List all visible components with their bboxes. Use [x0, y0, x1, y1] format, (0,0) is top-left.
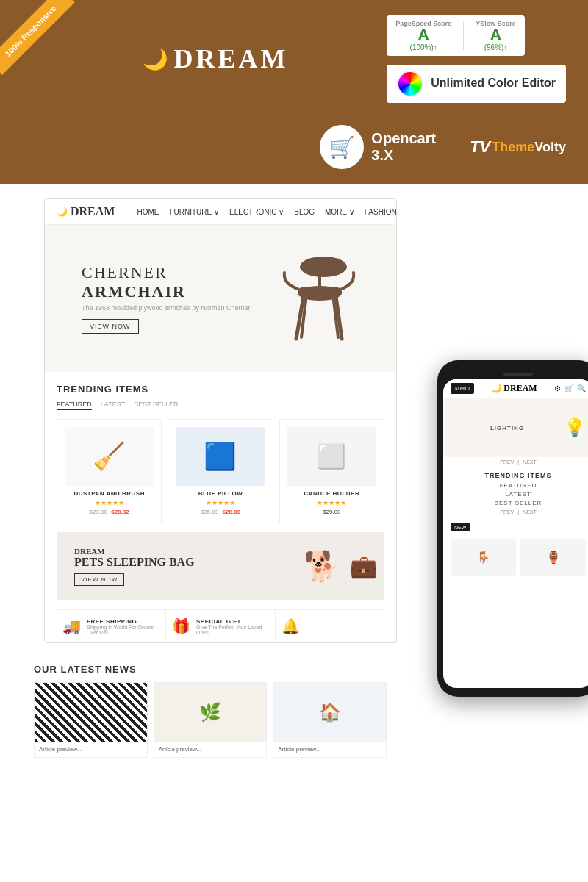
pets-banner: DREAM PETS SLEEPING BAG VIEW NOW 🐕 💼 — [57, 532, 384, 600]
nav-logo: 🌙 DREAM — [57, 205, 115, 218]
phone-trending-next[interactable]: NEXT — [523, 509, 537, 514]
svg-point-0 — [300, 257, 347, 277]
news-image: 🌿 — [154, 683, 267, 742]
phone-lamp-icon: 💡 — [564, 417, 586, 438]
product-image: 🟦 — [176, 427, 265, 486]
phone-new-badge: NEW — [451, 523, 470, 531]
tab-featured[interactable]: FEATURED — [57, 401, 92, 410]
phone-cart-icon[interactable]: 🛒 — [564, 384, 573, 392]
nav-more[interactable]: MORE ∨ — [325, 208, 354, 216]
tv-letters: TV — [470, 137, 490, 157]
nav-moon-icon: 🌙 — [57, 207, 68, 218]
features-bar: 🚚 FREE SHIPPING Shipping In World For Or… — [57, 609, 384, 642]
pets-cta-button[interactable]: VIEW NOW — [74, 573, 124, 586]
nav-blog[interactable]: BLOG — [294, 208, 315, 216]
hero-chair-image — [273, 247, 359, 350]
feature-subtitle: Shipping In World For Orders Over $99 — [87, 625, 159, 635]
color-editor-block: Unlimited Color Editor — [387, 65, 566, 103]
phone-trending-prev[interactable]: PREV — [500, 509, 514, 514]
opencart-label: Opencart — [371, 130, 436, 147]
nav-logo-text: DREAM — [71, 205, 115, 218]
phone-tab-bestseller[interactable]: BEST SELLER — [495, 500, 542, 506]
phone-trending: TRENDING ITEMS FEATURED LATEST BEST SELL… — [443, 467, 588, 519]
themevolty-text: ThemeVolty — [492, 140, 566, 155]
nav-bar: 🌙 DREAM HOME FURNITURE ∨ ELECTRONIC ∨ BL… — [45, 199, 396, 225]
phone-search-icon[interactable]: 🔍 — [577, 384, 586, 392]
phone-hero: LIGHTING 💡 — [443, 398, 588, 457]
phone-product-item: 🪑 — [451, 539, 516, 576]
phone-tab-latest[interactable]: LATEST — [505, 491, 531, 498]
trending-title: TRENDING ITEMS — [57, 384, 384, 395]
shipping-icon: 🚚 — [62, 617, 81, 635]
phone-notch — [443, 369, 588, 379]
product-name: DUSTPAN AND BRUSH — [65, 490, 154, 497]
extra-icon: 🔔 — [282, 617, 300, 635]
yslow-grade: A — [490, 27, 502, 43]
product-card: 🧹 DUSTPAN AND BRUSH ★★★★★ $23.90 $20.32 — [57, 419, 162, 523]
nav-menu: HOME FURNITURE ∨ ELECTRONIC ∨ BLOG MORE … — [137, 208, 396, 216]
moon-icon: 🌙 — [143, 47, 168, 71]
feature-title: SPECIAL GIFT — [196, 618, 269, 625]
hero-section: CHERNER ARMCHAIR The 1958 moulded plywoo… — [45, 225, 396, 372]
feature-extra: 🔔 ... — [276, 610, 384, 642]
news-card: 🌿 Article preview... — [154, 682, 268, 758]
nav-home[interactable]: HOME — [137, 208, 159, 216]
phone-nav: Menu 🌙 DREAM ⚙ 🛒 🔍 — [443, 379, 588, 398]
product-card: ⬜ CANDLE HOLDER ★★★★★ $29.00 — [279, 419, 384, 523]
product-stars: ★★★★★ — [287, 499, 376, 506]
pets-text: DREAM PETS SLEEPING BAG VIEW NOW — [74, 547, 195, 586]
phone-mockup: Menu 🌙 DREAM ⚙ 🛒 🔍 — [437, 360, 588, 697]
phone-notch-dot — [503, 373, 533, 376]
dog-emoji: 🐕 — [304, 549, 340, 584]
nav-furniture[interactable]: FURNITURE ∨ — [169, 208, 219, 216]
nav-fashion[interactable]: FASHION — [365, 208, 397, 216]
feature-title: ... — [306, 624, 311, 629]
color-editor-text: Unlimited Color Editor — [431, 76, 556, 91]
news-image: 🏠 — [273, 683, 386, 742]
pagespeed-block: PageSpeed Score A (100%)↑ — [395, 20, 451, 51]
feature-shipping: 🚚 FREE SHIPPING Shipping In World For Or… — [57, 610, 166, 642]
bag-emoji: 💼 — [350, 553, 377, 579]
hero-subtitle: The 1958 moulded plywood armchair by Nor… — [82, 304, 273, 312]
banner-logo-text: DREAM — [174, 43, 289, 74]
phone-settings-icon[interactable]: ⚙ — [554, 384, 561, 392]
product-price: $23.90 $20.32 — [65, 509, 154, 515]
phone-hero-label: LIGHTING — [490, 425, 524, 431]
news-card: Article preview... — [34, 682, 148, 758]
phone-next[interactable]: NEXT — [523, 459, 537, 465]
product-grid: 🧹 DUSTPAN AND BRUSH ★★★★★ $23.90 $20.32 … — [57, 419, 384, 523]
news-card: 🏠 Article preview... — [273, 682, 387, 758]
news-grid: Article preview... 🌿 Article preview... … — [34, 682, 387, 758]
phone-product-row: 🪑 🏺 — [443, 534, 588, 580]
news-text: Article preview... — [35, 742, 147, 757]
feature-gift: 🎁 SPECIAL GIFT Give The Perfect Your Lov… — [166, 610, 276, 642]
product-image: ⬜ — [287, 427, 376, 486]
news-text: Article preview... — [154, 742, 267, 757]
gift-icon: 🎁 — [172, 617, 190, 635]
phone-prev[interactable]: PREV — [500, 459, 514, 465]
feature-title: FREE SHIPPING — [87, 618, 159, 625]
phone-tab-featured[interactable]: FEATURED — [500, 482, 537, 489]
nav-electronic[interactable]: ELECTRONIC ∨ — [229, 208, 284, 216]
product-image: 🧹 — [65, 427, 154, 486]
product-stars: ★★★★★ — [176, 499, 265, 506]
phone-hero-nav: PREV | NEXT — [443, 457, 588, 467]
ribbon-badge: 100% Responsive — [0, 0, 81, 81]
opencart-text-block: Opencart 3.X — [371, 130, 436, 164]
feature-subtitle: Give The Perfect Your Loved Ones — [196, 625, 269, 635]
product-stars: ★★★★★ — [65, 499, 154, 506]
ribbon-text: 100% Responsive — [0, 0, 75, 75]
phone-logo: 🌙 DREAM — [491, 383, 537, 394]
tab-bestseller[interactable]: BEST SELLER — [134, 401, 178, 410]
yslow-block: YSlow Score A (96%)↑ — [476, 20, 516, 51]
product-card: 🟦 BLUE PILLOW ★★★★★ $35.00 $28.00 — [168, 419, 273, 523]
product-price: $29.00 — [287, 509, 376, 515]
desktop-preview: 🌙 DREAM HOME FURNITURE ∨ ELECTRONIC ∨ BL… — [44, 198, 397, 643]
phone-menu-button[interactable]: Menu — [451, 383, 474, 394]
hero-cta-button[interactable]: VIEW NOW — [82, 319, 139, 334]
phone-screen: Menu 🌙 DREAM ⚙ 🛒 🔍 — [443, 379, 588, 688]
yslow-pct: (96%)↑ — [484, 43, 508, 51]
trending-section: TRENDING ITEMS FEATURED LATEST BEST SELL… — [45, 372, 396, 523]
tab-latest[interactable]: LATEST — [101, 401, 125, 410]
pagespeed-grade: A — [417, 27, 429, 43]
